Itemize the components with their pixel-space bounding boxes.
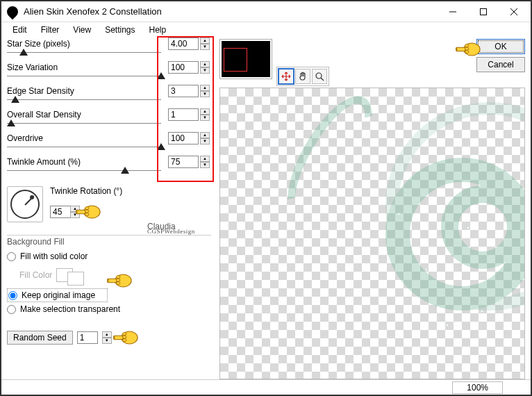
maximize-button[interactable] (468, 2, 499, 22)
input-twinkle-amount[interactable] (168, 156, 199, 168)
preview-panel: OK Cancel (217, 38, 531, 379)
twinkle-rotation-group: Twinkle Rotation (°) ▲▼ (7, 186, 211, 222)
track-overall-density[interactable] (7, 119, 211, 131)
spin-up[interactable]: ▲ (200, 61, 210, 67)
slider-edge-density: Edge Star Density ▲▼ (7, 86, 211, 110)
spin-up[interactable]: ▲ (200, 108, 210, 115)
spin-down[interactable]: ▼ (200, 162, 210, 168)
menu-bar: Edit Filter View Settings Help (1, 22, 531, 38)
input-overdrive[interactable] (168, 132, 199, 145)
track-edge-density[interactable] (7, 96, 211, 107)
spin-up[interactable]: ▲ (70, 206, 80, 212)
label-fill-color: Fill Color (19, 270, 52, 280)
radio-keep-original[interactable]: Keep original image (7, 288, 108, 302)
spin-down[interactable]: ▼ (200, 44, 210, 50)
ok-button[interactable]: OK (476, 39, 525, 54)
slider-overdrive: Overdrive ▲▼ (7, 133, 211, 157)
track-star-size[interactable] (7, 49, 211, 60)
menu-edit[interactable]: Edit (6, 23, 34, 37)
cancel-button[interactable]: Cancel (476, 57, 525, 72)
hand-tool-button[interactable] (295, 69, 310, 84)
spin-up[interactable]: ▲ (102, 331, 112, 338)
close-button[interactable] (499, 2, 529, 22)
input-twinkle-rotation[interactable] (50, 206, 71, 218)
slider-size-variation: Size Variation ▲▼ (7, 63, 211, 86)
fill-color-swatch-alt[interactable] (67, 272, 84, 286)
window-title: Alien Skin Xenofex 2 Constellation (24, 6, 438, 17)
random-seed-button[interactable]: Random Seed (7, 331, 73, 345)
spin-down[interactable]: ▼ (70, 212, 80, 218)
spin-up[interactable]: ▲ (200, 38, 210, 44)
menu-view[interactable]: View (66, 23, 98, 37)
radio-make-transparent[interactable]: Make selection transparent (7, 302, 211, 316)
preview-canvas[interactable] (219, 88, 525, 379)
move-tool-button[interactable] (279, 69, 294, 84)
track-twinkle-amount[interactable] (7, 167, 211, 178)
menu-help[interactable]: Help (142, 23, 174, 37)
input-star-size[interactable] (168, 38, 199, 50)
input-overall-density[interactable] (168, 108, 199, 121)
zoom-tool-button[interactable] (312, 69, 327, 84)
random-seed-row: Random Seed ▲▼ (7, 329, 211, 347)
watermark-signature: Claudia CGSPWebdesign (147, 224, 195, 234)
rotation-dial[interactable] (7, 186, 43, 222)
input-size-variation[interactable] (168, 61, 199, 74)
input-edge-density[interactable] (168, 85, 199, 97)
spin-down[interactable]: ▼ (102, 338, 112, 344)
pointer-annotation-icon (113, 329, 138, 347)
label-bgfill: Background Fill (7, 235, 211, 247)
minimize-button[interactable] (438, 2, 468, 22)
svg-point-6 (316, 73, 322, 79)
spin-up[interactable]: ▲ (200, 132, 210, 138)
spin-up[interactable]: ▲ (200, 156, 210, 162)
spin-down[interactable]: ▼ (200, 138, 210, 145)
slider-overall-density: Overall Star Density ▲▼ (7, 110, 211, 133)
spin-down[interactable]: ▼ (200, 91, 210, 97)
preview-artwork (274, 88, 525, 379)
settings-panel: Star Size (pixels) ▲▼ Size Variation ▲▼ … (1, 38, 217, 379)
spin-down[interactable]: ▼ (200, 67, 210, 74)
app-logo-icon (5, 3, 21, 19)
track-size-variation[interactable] (7, 72, 211, 83)
preview-toolbar (276, 67, 329, 86)
fill-color-row: Fill Color (19, 265, 211, 286)
input-random-seed[interactable] (77, 331, 98, 344)
slider-star-size: Star Size (pixels) ▲▼ (7, 39, 211, 63)
title-bar: Alien Skin Xenofex 2 Constellation (1, 1, 531, 22)
label-twinkle-rotation: Twinkle Rotation (°) (50, 186, 122, 196)
menu-filter[interactable]: Filter (34, 23, 67, 37)
menu-settings[interactable]: Settings (98, 23, 142, 37)
status-bar: 100% (1, 379, 531, 395)
navigator-thumbnail[interactable] (219, 39, 272, 79)
spin-down[interactable]: ▼ (200, 115, 210, 121)
spin-up[interactable]: ▲ (200, 85, 210, 91)
background-fill-group: Background Fill Fill with solid color Fi… (7, 235, 211, 316)
track-overdrive[interactable] (7, 143, 211, 154)
radio-fill-solid[interactable]: Fill with solid color (7, 249, 211, 263)
svg-rect-5 (481, 8, 487, 15)
zoom-level[interactable]: 100% (452, 381, 503, 394)
slider-twinkle-amount: Twinkle Amount (%) ▲▼ (7, 157, 211, 181)
